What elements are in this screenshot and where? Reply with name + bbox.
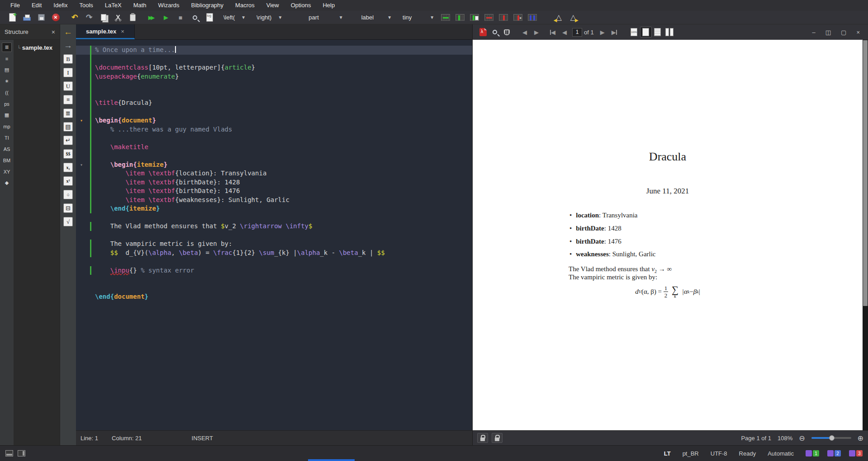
menu-file[interactable]: File (5, 0, 26, 11)
bm-icon[interactable]: BM (2, 155, 12, 165)
menu-help[interactable]: Help (317, 0, 341, 11)
fold-marker-icon[interactable]: ▾ (80, 116, 83, 125)
panel-badge-1[interactable]: 1 (806, 450, 819, 456)
code-line[interactable]: $$ d_{V}(\alpha, \beta) = \frac{1}{2} \s… (76, 249, 472, 258)
code-line[interactable] (76, 275, 472, 284)
close-viewer-button[interactable]: × (856, 29, 860, 36)
code-line[interactable]: \end{document} (76, 292, 472, 301)
build-view-button[interactable]: ▶▶ (146, 12, 157, 23)
left-bracket-dropdown[interactable]: \left( ▼ (223, 14, 246, 21)
original-size-button[interactable] (628, 27, 640, 38)
pdf-scrollbar[interactable] (863, 40, 868, 430)
fontsize-dropdown[interactable]: tiny ▼ (403, 14, 434, 21)
superscript-icon[interactable]: x² (63, 176, 73, 186)
pdf-page-view[interactable]: Dracula June 11, 2021 •location: Transyl… (473, 40, 868, 430)
code-line[interactable]: The vampiric metric is given by: (76, 240, 472, 249)
right-bracket-dropdown[interactable]: \right) ▼ (256, 14, 282, 21)
panel-badge-2[interactable]: 2 (827, 450, 841, 456)
fold-marker-icon[interactable]: ▾ (80, 160, 83, 169)
redo-button[interactable]: ↷ (83, 12, 95, 23)
close-file-button[interactable]: ✕ (50, 12, 62, 23)
menu-math[interactable]: Math (128, 0, 152, 11)
pdf-scrollbar-thumb[interactable] (863, 40, 868, 306)
pdf-forward-button[interactable]: ▶ (531, 27, 542, 38)
first-page-button[interactable]: ◀ (547, 27, 559, 38)
code-line[interactable] (76, 108, 472, 117)
code-line[interactable] (76, 134, 472, 143)
code-line[interactable]: \inpu{} % syntax error (76, 266, 472, 275)
code-line[interactable]: % ...there was a guy named Vlads (76, 125, 472, 134)
structure-icon[interactable]: ≣ (2, 42, 12, 52)
code-line[interactable]: ▾\begin{document} (76, 116, 472, 125)
next-change-button[interactable]: △▶ (567, 12, 579, 23)
pdf-hand-tool-button[interactable] (501, 27, 512, 38)
code-line[interactable]: \maketitle (76, 143, 472, 152)
code-line[interactable] (76, 231, 472, 240)
code-line[interactable]: \title{Dracula} (76, 99, 472, 108)
menu-options[interactable]: Options (285, 0, 317, 11)
view-pdf-button[interactable] (189, 12, 201, 23)
code-line[interactable]: \documentclass[10pt, letterpaper]{articl… (76, 63, 472, 72)
code-line[interactable]: \item \textbf{birthDate}: 1428 (76, 178, 472, 187)
reference-dropdown[interactable]: label ▼ (361, 14, 392, 21)
tabular-icon[interactable]: ▤ (63, 122, 73, 132)
code-line[interactable]: \usepackage{enumerate} (76, 72, 472, 81)
bookmarks-icon[interactable]: ▤ (2, 65, 12, 75)
tab-close-icon[interactable]: × (121, 28, 124, 35)
zoom-out-button[interactable]: ⊖ (799, 434, 805, 442)
panel-badge-3[interactable]: 3 (849, 450, 863, 456)
code-line[interactable] (76, 90, 472, 99)
newline-icon[interactable]: ↵ (63, 136, 73, 145)
code-area[interactable]: % Once upon a time...\documentclass[10pt… (76, 40, 472, 430)
zoom-slider-thumb[interactable] (829, 435, 835, 441)
structure-tree-item[interactable]: └ sample.tex (14, 44, 60, 51)
subscript-icon[interactable]: x₂ (63, 163, 73, 172)
encoding-indicator[interactable]: UTF-8 (711, 450, 727, 457)
zoom-in-button[interactable]: ⊕ (858, 434, 863, 442)
pdf-magnifier-button[interactable] (489, 27, 501, 38)
metapost-icon[interactable]: mp (2, 122, 12, 131)
code-line[interactable]: The Vlad method ensures that $v_2 \right… (76, 222, 472, 231)
paste-column-button[interactable] (469, 12, 480, 23)
tab-sample-tex[interactable]: sample.tex × (76, 24, 135, 39)
pdf-logo-button[interactable] (477, 27, 489, 38)
language-tool-indicator[interactable]: LT (664, 450, 671, 457)
next-page-button[interactable]: ▶ (597, 27, 608, 38)
add-column-button[interactable] (454, 12, 466, 23)
lock-zoom-button[interactable] (477, 433, 488, 443)
code-line[interactable] (76, 55, 472, 64)
menu-idefix[interactable]: Idefix (47, 0, 73, 11)
remove-column-button[interactable] (498, 12, 509, 23)
division-icon[interactable]: ÷ (63, 190, 73, 199)
back-arrow-icon[interactable]: ← (63, 27, 73, 37)
pdf-back-button[interactable]: ◀ (519, 27, 531, 38)
prev-change-button[interactable]: △◀ (553, 12, 564, 23)
toggle-side-panel-icon[interactable] (18, 450, 25, 456)
menu-latex[interactable]: LaTeX (99, 0, 128, 11)
code-line[interactable]: % Once upon a time... (76, 46, 472, 55)
sectioning-dropdown[interactable]: part ▼ (308, 14, 343, 21)
lock-scroll-button[interactable] (492, 433, 503, 443)
fraction-icon[interactable]: ⊟ (63, 203, 73, 213)
code-line[interactable] (76, 81, 472, 90)
code-line[interactable]: ▾\begin{itemize} (76, 160, 472, 169)
menu-wizards[interactable]: Wizards (152, 0, 185, 11)
zoom-slider[interactable] (811, 437, 851, 439)
toggle-messages-panel-icon[interactable] (5, 450, 13, 456)
remove-row-button[interactable] (483, 12, 495, 23)
copy-button[interactable] (98, 12, 109, 23)
fit-page-button[interactable] (640, 27, 652, 38)
italic-icon[interactable]: I (63, 68, 73, 77)
cut-button[interactable] (112, 12, 124, 23)
two-pages-button[interactable] (664, 27, 675, 38)
forward-arrow-icon[interactable]: → (63, 41, 73, 50)
display-math-icon[interactable]: $$ (63, 149, 73, 159)
menu-bibliography[interactable]: Bibliography (185, 0, 230, 11)
xy-icon[interactable]: XY (2, 167, 12, 176)
menu-edit[interactable]: Edit (26, 0, 47, 11)
code-line[interactable] (76, 213, 472, 222)
math-symbols-icon[interactable]: ∗ (2, 76, 12, 86)
last-page-button[interactable]: ▶ (608, 27, 620, 38)
add-row-button[interactable] (440, 12, 451, 23)
align-center-icon[interactable]: ≣ (63, 108, 73, 118)
